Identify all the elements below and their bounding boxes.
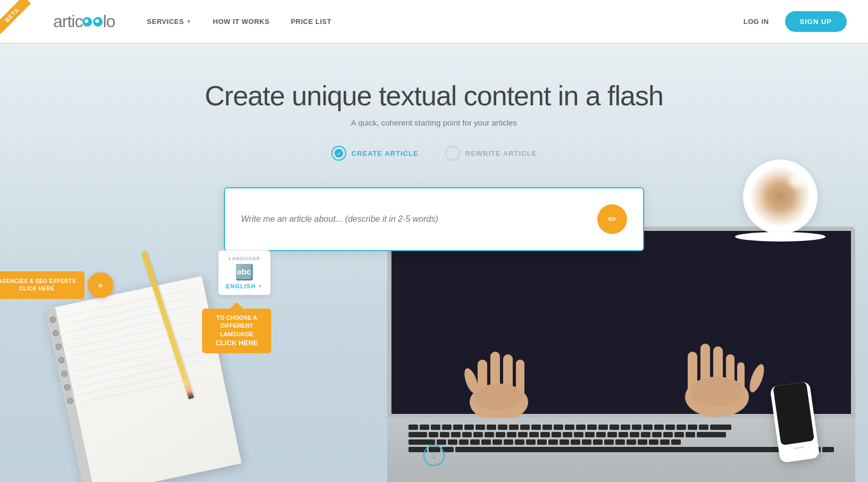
rewrite-article-option[interactable]: REWRITE ARTICLE <box>445 146 537 161</box>
key <box>596 432 606 437</box>
scroll-down[interactable]: ↓ <box>423 445 445 466</box>
spiral-ring <box>49 316 56 323</box>
tooltip-line2: DIFFERENT LANGUAGE <box>220 322 254 337</box>
double-arrow-icon: » <box>98 280 103 290</box>
key <box>632 425 641 430</box>
key <box>408 432 427 437</box>
article-input-container: ✏ <box>224 187 644 251</box>
spiral-ring <box>61 370 68 377</box>
nav-how-it-works-label: HOW IT WORKS <box>213 18 269 26</box>
notebook-lines <box>62 286 222 403</box>
agencies-arrows-icon: » <box>88 272 113 298</box>
hero-title: Create unique textual content in a flash <box>0 80 868 112</box>
login-button[interactable]: LOG IN <box>744 18 769 26</box>
signup-button[interactable]: SIGN UP <box>785 11 847 32</box>
agencies-text: AGENCIES & SEO EXPERTS CLICK HERE <box>0 271 85 299</box>
spiral-ring <box>55 343 62 351</box>
nav-price-list-label: PRICE LIST <box>291 18 332 26</box>
hero-subtitle: A quick, coherent starting point for you… <box>0 118 868 127</box>
key <box>470 439 480 445</box>
key <box>515 439 524 445</box>
key <box>582 439 591 445</box>
write-button[interactable]: ✏ <box>597 204 627 234</box>
logo-eye-right <box>93 17 103 27</box>
key <box>526 439 536 445</box>
key <box>537 439 547 445</box>
language-tooltip[interactable]: TO CHOOSE A DIFFERENT LANGUAGE CLICK HER… <box>202 309 271 353</box>
nav-services-label: SERVICES <box>147 18 184 26</box>
create-article-radio[interactable]: ✓ <box>331 146 346 161</box>
key <box>674 432 684 437</box>
key <box>408 439 435 445</box>
key <box>485 432 494 437</box>
article-topic-input[interactable] <box>241 214 587 224</box>
key <box>671 439 681 445</box>
scroll-down-icon: ↓ <box>432 450 437 461</box>
key <box>498 425 507 430</box>
nav-how-it-works[interactable]: HOW IT WORKS <box>213 18 269 26</box>
svg-point-6 <box>475 384 523 410</box>
header-actions: LOG IN SIGN UP <box>744 11 847 32</box>
key-row-spacebar <box>408 447 834 452</box>
key <box>487 425 496 430</box>
key <box>563 432 572 437</box>
key <box>560 439 569 445</box>
logo[interactable]: artic lo <box>53 12 115 31</box>
key <box>431 425 440 430</box>
notebook-line <box>68 320 161 340</box>
key <box>615 439 625 445</box>
key <box>610 425 619 430</box>
check-icon: ✓ <box>337 151 341 156</box>
key <box>493 439 502 445</box>
key <box>585 432 595 437</box>
key <box>531 425 541 430</box>
language-value: ENGLISH <box>226 283 256 289</box>
key <box>652 432 662 437</box>
svg-point-13 <box>747 362 767 394</box>
scroll-down-circle[interactable]: ↓ <box>423 445 445 466</box>
logo-text: artic lo <box>53 12 115 31</box>
create-article-label: CREATE ARTICLE <box>352 149 419 157</box>
spiral-ring <box>66 397 74 404</box>
beta-badge <box>0 0 37 37</box>
language-label: LANGUAGE <box>229 256 261 261</box>
language-translate-icon: 🔤 <box>235 263 254 281</box>
phone-home-button <box>793 446 804 450</box>
key <box>429 432 438 437</box>
services-dropdown-arrow: ▼ <box>186 19 191 24</box>
logo-eye-left <box>82 17 92 27</box>
create-article-check: ✓ <box>335 149 343 157</box>
spiral-ring <box>63 384 71 391</box>
nav-services[interactable]: SERVICES ▼ <box>147 18 191 26</box>
key <box>638 439 647 445</box>
key <box>574 432 583 437</box>
key <box>576 425 586 430</box>
key-enter <box>697 432 726 437</box>
tooltip-cta: CLICK HERE <box>210 338 264 348</box>
notebook-decoration <box>64 290 223 482</box>
key <box>565 425 574 430</box>
notebook <box>46 276 241 482</box>
key <box>504 439 513 445</box>
logo-artic: artic <box>53 12 82 31</box>
key <box>507 432 516 437</box>
key <box>665 425 675 430</box>
key <box>630 432 639 437</box>
notebook-line <box>66 305 191 333</box>
nav-price-list[interactable]: PRICE LIST <box>291 18 332 26</box>
key <box>453 425 463 430</box>
create-article-option[interactable]: ✓ CREATE ARTICLE <box>331 146 419 161</box>
agencies-button[interactable]: AGENCIES & SEO EXPERTS CLICK HERE » <box>0 271 113 299</box>
key <box>686 432 695 437</box>
key <box>643 425 653 430</box>
key <box>587 425 597 430</box>
key <box>593 439 603 445</box>
rewrite-article-radio[interactable] <box>445 146 460 161</box>
key-row-1 <box>408 425 834 430</box>
key <box>475 425 485 430</box>
key <box>473 432 483 437</box>
key <box>660 439 670 445</box>
key <box>649 439 658 445</box>
key <box>440 432 449 437</box>
language-dropdown[interactable]: ENGLISH ▼ <box>226 283 263 289</box>
